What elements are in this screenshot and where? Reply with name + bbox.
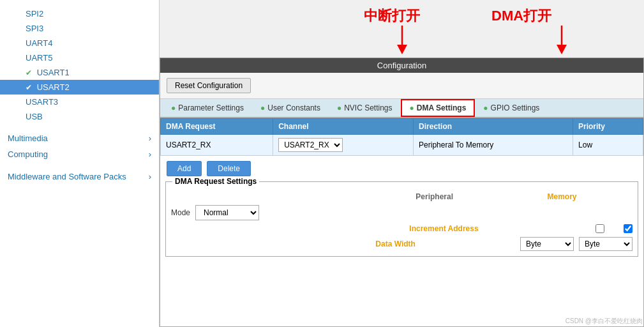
- increment-checkboxes: [595, 224, 633, 233]
- peripheral-checkbox-cell: [595, 224, 604, 233]
- interrupt-annotation: 中断打开: [364, 6, 420, 26]
- config-panel: Configuration Reset Configuration ● Para…: [160, 57, 644, 327]
- main-content: 中断打开 DMA打开 Configuration Reset Configura…: [160, 0, 644, 327]
- usart2-check-icon: ✔: [26, 83, 32, 92]
- col-header-priority: Priority: [573, 119, 643, 135]
- sidebar-item-spi2[interactable]: SPI2: [0, 6, 159, 21]
- tab-user-constants[interactable]: ● User Constants: [252, 99, 329, 117]
- delete-button[interactable]: Delete: [207, 161, 251, 176]
- tab-dma-settings[interactable]: ● DMA Settings: [401, 99, 476, 117]
- tab-check-icon: ●: [337, 103, 341, 112]
- memory-checkbox-cell: [624, 224, 633, 233]
- data-width-row: Data Width Byte Half Word Word Byte Half…: [171, 237, 633, 251]
- tab-check-icon: ●: [260, 103, 265, 112]
- peripheral-width-select[interactable]: Byte Half Word Word: [520, 237, 574, 251]
- sidebar-category-multimedia[interactable]: Multimedia ›: [0, 130, 159, 146]
- tab-gpio-settings[interactable]: ● GPIO Settings: [475, 99, 548, 117]
- memory-increment-checkbox[interactable]: [624, 224, 633, 233]
- tab-check-icon: ●: [171, 103, 176, 112]
- data-width-label: Data Width: [271, 240, 520, 248]
- chevron-right-icon: ›: [149, 172, 151, 181]
- memory-width-select[interactable]: Byte Half Word Word: [579, 237, 633, 251]
- dma-table-area: DMA Request Channel Direction Priority U…: [160, 118, 643, 326]
- memory-header: Memory: [547, 192, 576, 201]
- interrupt-arrow: [383, 26, 421, 54]
- sidebar-item-usb[interactable]: USB: [0, 109, 159, 124]
- add-button[interactable]: Add: [167, 161, 202, 176]
- mode-label: Mode: [171, 208, 190, 217]
- usart1-check-icon: ✔: [26, 68, 32, 77]
- tab-nvic-settings[interactable]: ● NVIC Settings: [329, 99, 401, 117]
- table-row[interactable]: USART2_RX USART2_RX Peripheral To Memory…: [161, 135, 643, 156]
- dma-table: DMA Request Channel Direction Priority U…: [160, 118, 643, 156]
- cell-channel[interactable]: USART2_RX: [273, 135, 414, 156]
- reset-config-button[interactable]: Reset Configuration: [167, 78, 251, 93]
- channel-select[interactable]: USART2_RX: [278, 138, 343, 152]
- sidebar-item-uart5[interactable]: UART5: [0, 50, 159, 65]
- mode-select[interactable]: Normal Circular: [195, 205, 259, 220]
- annotation-area: 中断打开 DMA打开: [160, 0, 644, 57]
- peripheral-header: Peripheral: [416, 192, 453, 201]
- sidebar-item-usart1[interactable]: ✔ USART1: [0, 65, 159, 80]
- sidebar-category-middleware[interactable]: Middleware and Software Packs ›: [0, 169, 159, 185]
- svg-marker-1: [397, 45, 407, 54]
- col-header-dma-request: DMA Request: [161, 119, 273, 135]
- data-width-selects: Byte Half Word Word Byte Half Word Word: [520, 237, 633, 251]
- svg-marker-3: [557, 45, 567, 54]
- dma-arrow: [543, 26, 581, 54]
- sidebar-item-uart4[interactable]: UART4: [0, 36, 159, 50]
- tab-check-icon: ●: [483, 103, 488, 112]
- cell-direction: Peripheral To Memory: [414, 135, 573, 156]
- cell-priority: Low: [573, 135, 643, 156]
- col-header-channel: Channel: [273, 119, 414, 135]
- watermark: CSDN @李白不爱吃红烧肉: [565, 317, 643, 326]
- dma-request-settings: DMA Request Settings Peripheral Memory M…: [165, 181, 638, 257]
- config-header: Configuration: [160, 58, 643, 73]
- sidebar-item-spi3[interactable]: SPI3: [0, 21, 159, 36]
- dma-annotation: DMA打开: [491, 6, 551, 26]
- sidebar-item-usart2[interactable]: ✔ USART2: [0, 80, 159, 95]
- config-toolbar: Reset Configuration: [160, 73, 643, 99]
- increment-label: Increment Address: [292, 224, 595, 233]
- sidebar-item-usart3[interactable]: USART3: [0, 95, 159, 109]
- chevron-right-icon: ›: [149, 149, 151, 159]
- cell-dma-request: USART2_RX: [161, 135, 273, 156]
- sidebar: SPI2 SPI3 UART4 UART5 ✔ USART1 ✔ USART2 …: [0, 0, 160, 327]
- tabs-row: ● Parameter Settings ● User Constants ● …: [160, 99, 643, 118]
- increment-row: Increment Address: [171, 224, 633, 233]
- tab-parameter-settings[interactable]: ● Parameter Settings: [163, 99, 252, 117]
- col-header-direction: Direction: [414, 119, 573, 135]
- mode-row: Mode Normal Circular: [171, 205, 633, 220]
- sidebar-category-computing[interactable]: Computing ›: [0, 146, 159, 162]
- peripheral-increment-checkbox[interactable]: [595, 224, 604, 233]
- chevron-right-icon: ›: [149, 133, 151, 143]
- tab-check-icon: ●: [410, 103, 414, 112]
- dma-settings-legend: DMA Request Settings: [172, 177, 259, 186]
